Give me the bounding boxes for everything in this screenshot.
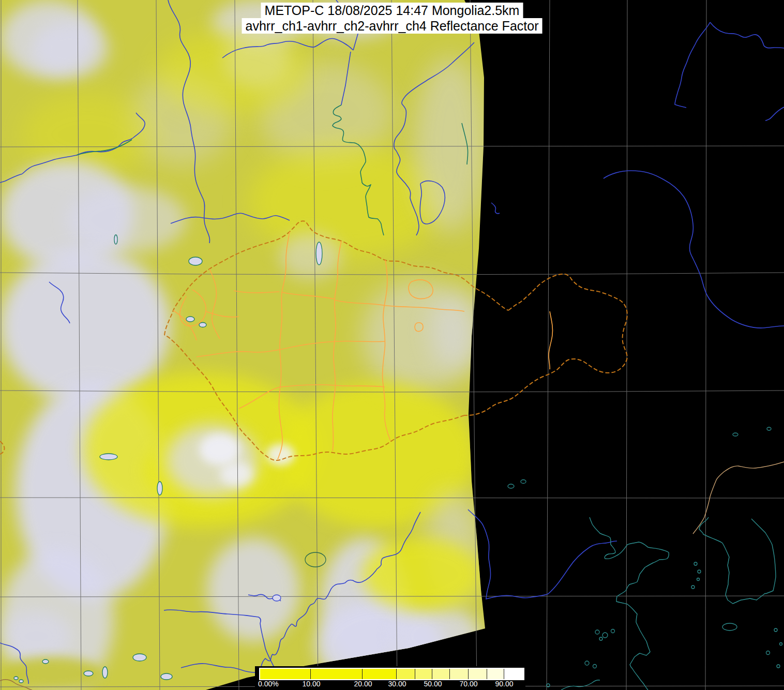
colorbar-label-0: 0.00% <box>258 680 279 688</box>
colorbar-gradient <box>259 668 524 680</box>
borders-province <box>173 232 553 459</box>
image-title: METOP-C 18/08/2025 14:47 Mongolia2.5km a… <box>242 3 542 34</box>
colorbar-label-30: 30.00 <box>388 680 406 688</box>
colorbar-label-10: 10.00 <box>302 680 320 688</box>
graticule-grid <box>0 0 784 690</box>
border-tan-line <box>0 462 784 690</box>
colorbar-label-90: 90.00 <box>495 680 513 688</box>
reflectance-colorbar: 0.00% 10.00 20.00 30.00 50.00 70.00 90.0… <box>255 666 525 690</box>
lakes <box>14 235 771 683</box>
colorbar-label-50: 50.00 <box>424 680 442 688</box>
coastlines-teal <box>547 517 782 690</box>
satellite-image-viewer: METOP-C 18/08/2025 14:47 Mongolia2.5km a… <box>0 0 784 690</box>
title-line-2: avhrr_ch1-avhrr_ch2-avhrr_ch4 Reflectanc… <box>242 18 542 34</box>
border-national-mongolia <box>0 221 627 460</box>
map-overlay <box>0 0 784 690</box>
rivers-blue <box>0 0 784 684</box>
colorbar-label-20: 20.00 <box>354 680 372 688</box>
title-line-1: METOP-C 18/08/2025 14:47 Mongolia2.5km <box>261 3 523 18</box>
colorbar-label-70: 70.00 <box>459 680 477 688</box>
